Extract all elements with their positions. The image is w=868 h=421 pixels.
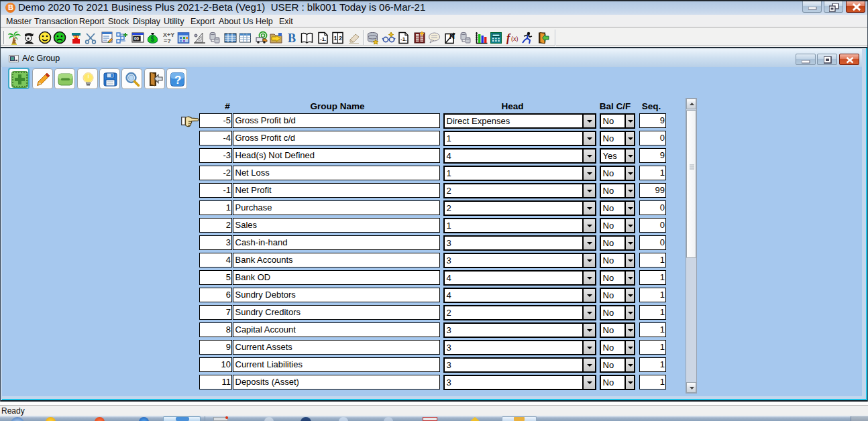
svg-text:-1.: -1.: [400, 36, 406, 42]
svg-text:f: f: [506, 32, 511, 44]
svg-text:=?: =?: [164, 38, 171, 44]
svg-text:B: B: [288, 32, 296, 45]
svg-text:(x): (x): [511, 36, 519, 42]
svg-text:00: 00: [134, 36, 140, 41]
svg-text:-1.: -1.: [320, 36, 326, 42]
svg-text:N: N: [449, 32, 455, 40]
svg-text:2: 2: [339, 35, 342, 42]
svg-text:?: ?: [174, 74, 181, 86]
svg-text:1: 1: [334, 35, 337, 42]
svg-text:$: $: [151, 36, 155, 43]
